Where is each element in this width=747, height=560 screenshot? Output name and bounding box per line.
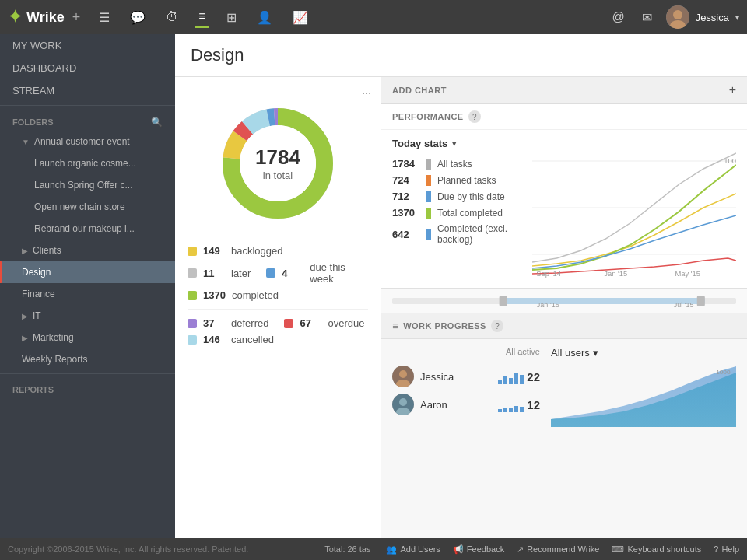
reports-section-header: REPORTS <box>0 377 175 397</box>
svg-point-1 <box>673 10 682 19</box>
nav-comment-icon[interactable]: 💬 <box>127 7 149 28</box>
folders-search-icon[interactable]: 🔍 <box>151 117 163 128</box>
all-users-dropdown-icon: ▾ <box>593 347 598 359</box>
completed-excl-bar <box>426 229 431 240</box>
due-color <box>266 268 275 278</box>
all-tasks-bar <box>426 159 431 170</box>
user-avatar <box>666 5 689 29</box>
completed-tasks-bar <box>426 208 431 219</box>
aaron-avatar <box>392 394 414 415</box>
keyboard-action[interactable]: ⌨ Keyboard shortcuts <box>612 544 701 555</box>
nav-timer-icon[interactable]: ⏱ <box>163 7 181 27</box>
all-users-chart: All users ▾ <box>551 347 736 429</box>
recommend-action[interactable]: ↗ Recommend Wrike <box>517 544 599 555</box>
work-progress-help-icon[interactable]: ? <box>491 320 503 332</box>
app-name: Wrike <box>26 9 65 26</box>
sidebar-item-marketing[interactable]: ▶ Marketing <box>0 327 175 348</box>
sidebar-item-design[interactable]: Design <box>0 261 175 283</box>
add-users-action[interactable]: 👥 Add Users <box>386 544 440 555</box>
user-menu[interactable]: Jessica ▾ <box>666 5 739 29</box>
performance-section: PERFORMANCE ? Today stats ▾ 1784 <box>381 104 747 313</box>
marketing-arrow-icon: ▶ <box>22 334 28 342</box>
users-list: All active Jessica <box>392 347 540 429</box>
performance-help-icon[interactable]: ? <box>468 110 481 123</box>
work-progress-bars-icon: ≡ <box>392 320 398 332</box>
recommend-icon: ↗ <box>517 544 524 555</box>
completed-color <box>188 291 197 300</box>
today-stats-dropdown-icon[interactable]: ▾ <box>452 139 456 148</box>
svg-point-29 <box>399 398 407 406</box>
sidebar-item-rebrand[interactable]: Rebrand our makeup l... <box>0 218 175 240</box>
stats-list: 149 backlogged 11 later 4 due this week <box>188 245 368 345</box>
add-users-icon: 👥 <box>386 544 397 555</box>
add-button[interactable]: + <box>72 9 81 26</box>
jessica-bar-5 <box>520 375 524 384</box>
svg-rect-21 <box>500 296 507 306</box>
all-users-button[interactable]: All users ▾ <box>551 347 736 359</box>
panel-options-icon[interactable]: ··· <box>362 86 371 99</box>
mail-icon[interactable]: ✉ <box>639 7 655 28</box>
aaron-bar-2 <box>503 408 507 412</box>
jessica-mini-bars <box>498 369 524 384</box>
planned-tasks-bar <box>426 175 431 186</box>
it-arrow-icon: ▶ <box>22 312 28 320</box>
stat-backlogged: 149 backlogged <box>188 245 368 257</box>
nav-menu-icon[interactable]: ☰ <box>96 7 113 28</box>
folders-section-header: FOLDERS 🔍 <box>0 109 175 131</box>
content-area: Design ··· <box>175 34 747 538</box>
nav-user-icon[interactable]: 👤 <box>254 7 275 28</box>
work-progress-section: ≡ WORK PROGRESS ? All active <box>381 313 747 538</box>
sidebar-item-my-work[interactable]: MY WORK <box>0 34 175 57</box>
keyboard-icon: ⌨ <box>612 544 624 555</box>
svg-text:1000: 1000 <box>716 369 731 376</box>
range-selector: Jan '15 Jul '15 <box>381 288 747 313</box>
sidebar-item-weekly-reports[interactable]: Weekly Reports <box>0 348 175 370</box>
sidebar-divider-2 <box>0 373 175 374</box>
user-chevron-icon: ▾ <box>735 13 739 22</box>
performance-header: PERFORMANCE ? <box>381 104 747 130</box>
user-row-aaron: Aaron 12 <box>392 390 540 418</box>
sidebar-divider <box>0 105 175 106</box>
content-header: Design <box>175 34 747 77</box>
sidebar-item-launch-organic[interactable]: Launch organic cosme... <box>0 152 175 174</box>
app-logo[interactable]: ✦ Wrike <box>8 7 65 27</box>
svg-point-26 <box>399 370 407 378</box>
aaron-bar-4 <box>514 406 518 412</box>
add-chart-button[interactable]: + <box>729 83 736 97</box>
copyright-text: Copyright ©2006-2015 Wrike, Inc. All rig… <box>8 544 248 554</box>
all-active-label: All active <box>392 347 540 356</box>
svg-rect-22 <box>697 296 705 306</box>
sidebar-item-launch-spring[interactable]: Launch Spring Offer c... <box>0 174 175 196</box>
deferred-color <box>188 319 197 328</box>
perf-stat-all-tasks: 1784 All tasks <box>392 156 524 172</box>
help-action[interactable]: ? Help <box>714 544 739 555</box>
sidebar-item-stream[interactable]: STREAM <box>0 79 175 102</box>
stat-later-due: 11 later 4 due this week <box>188 261 368 285</box>
nav-list-icon[interactable]: ≡ <box>195 6 209 28</box>
later-color <box>188 268 197 278</box>
aaron-name: Aaron <box>420 399 492 411</box>
total-tasks: Total: 26 tas <box>324 544 370 554</box>
jessica-bar-4 <box>514 373 518 384</box>
nav-grid-icon[interactable]: ⊞ <box>223 7 240 28</box>
today-stats-header: Today stats ▾ <box>392 138 524 149</box>
clients-arrow-icon: ▶ <box>22 247 28 255</box>
aaron-bar-1 <box>498 409 502 412</box>
sidebar-item-dashboard[interactable]: DASHBOARD <box>0 57 175 79</box>
nav-icons: ☰ 💬 ⏱ ≡ ⊞ 👤 📈 <box>96 6 608 28</box>
sidebar-item-annual-customer-event[interactable]: ▼ Annual customer event <box>0 131 175 152</box>
sidebar: MY WORK DASHBOARD STREAM FOLDERS 🔍 ▼ Ann… <box>0 34 175 538</box>
sidebar-item-clients[interactable]: ▶ Clients <box>0 240 175 261</box>
svg-text:May '15: May '15 <box>675 270 700 278</box>
feedback-action[interactable]: 📢 Feedback <box>453 544 504 555</box>
main-layout: MY WORK DASHBOARD STREAM FOLDERS 🔍 ▼ Ann… <box>0 34 747 538</box>
expand-arrow-icon: ▼ <box>22 138 30 146</box>
sidebar-item-it[interactable]: ▶ IT <box>0 305 175 327</box>
add-chart-label: ADD CHART <box>392 86 447 95</box>
donut-chart-container: 1784 in total <box>188 97 368 229</box>
sidebar-item-open-chain[interactable]: Open new chain store <box>0 196 175 218</box>
sidebar-item-finance[interactable]: Finance <box>0 283 175 305</box>
at-icon[interactable]: @ <box>608 7 627 27</box>
svg-text:Sep '14: Sep '14 <box>536 270 561 278</box>
nav-chart-icon[interactable]: 📈 <box>289 7 311 28</box>
